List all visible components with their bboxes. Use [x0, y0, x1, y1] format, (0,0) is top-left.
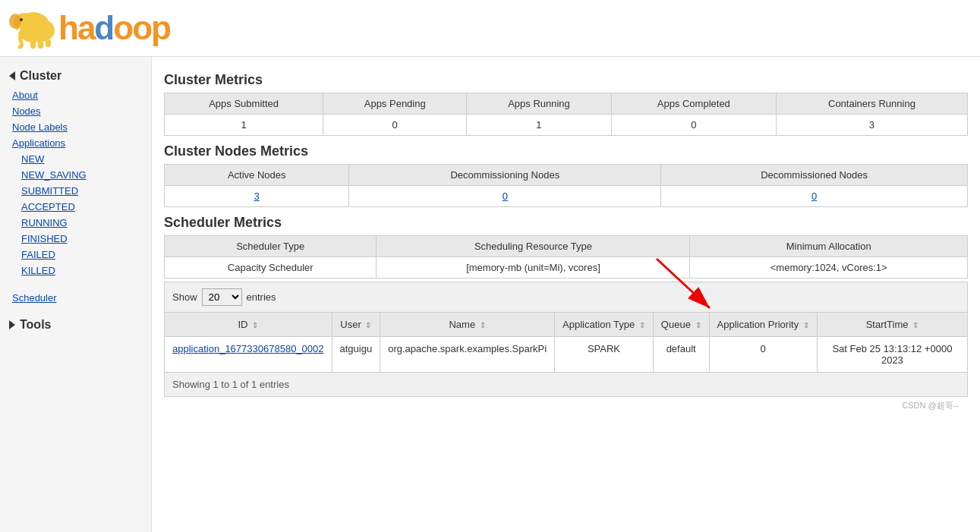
cluster-label: Cluster: [20, 69, 61, 83]
sidebar-subitem-accepted[interactable]: ACCEPTED: [0, 199, 151, 215]
show-entries-bar: Show 10 20 50 100 entries: [164, 282, 968, 312]
elephant-icon: [9, 6, 58, 50]
sort-priority-icon: ⇕: [803, 321, 809, 329]
logo-text-area: hadoop: [58, 9, 170, 47]
app-type-cell: SPARK: [555, 337, 654, 373]
sidebar-subitem-submitted[interactable]: SUBMITTED: [0, 183, 151, 199]
app-priority-cell: 0: [709, 337, 817, 373]
col-apps-completed: Apps Completed: [611, 93, 776, 115]
app-id-cell[interactable]: application_1677330678580_0002: [165, 337, 332, 373]
svg-rect-7: [38, 39, 43, 49]
hadoop-logo: hadoop: [9, 6, 971, 50]
svg-point-3: [9, 14, 21, 29]
sidebar-subitem-killed[interactable]: KILLED: [0, 263, 151, 279]
val-containers-running: 3: [776, 115, 967, 136]
sidebar-subitem-new[interactable]: NEW: [0, 151, 151, 167]
logo-hadoop: ha: [58, 9, 94, 47]
scheduler-metrics-table: Scheduler Type Scheduling Resource Type …: [164, 235, 968, 279]
scheduler-metrics-title: Scheduler Metrics: [164, 215, 968, 231]
logo-hadoop2: d: [94, 9, 113, 47]
val-apps-submitted: 1: [165, 115, 323, 136]
app-queue-cell: default: [653, 337, 709, 373]
col-apps-pending: Apps Pending: [323, 93, 467, 115]
col-scheduler-type: Scheduler Type: [165, 236, 377, 257]
logo-hadoop3: oop: [113, 9, 170, 47]
apps-table-container: ID ⇕ User ⇕ Name ⇕ Application Type: [164, 312, 968, 373]
svg-rect-8: [46, 39, 51, 47]
sidebar-item-applications[interactable]: Applications: [0, 135, 151, 151]
val-apps-completed: 0: [611, 115, 776, 136]
svg-point-4: [20, 18, 23, 21]
val-apps-running: 1: [467, 115, 611, 136]
col-containers-running: Containers Running: [776, 93, 967, 115]
app-user-cell: atguigu: [332, 337, 380, 373]
sidebar-item-about[interactable]: About: [0, 87, 151, 103]
apps-table: ID ⇕ User ⇕ Name ⇕ Application Type: [164, 312, 968, 373]
entries-label: entries: [247, 291, 276, 303]
main-layout: Cluster About Nodes Node Labels Applicat…: [0, 57, 980, 532]
sidebar-item-nodes[interactable]: Nodes: [0, 103, 151, 119]
cluster-nodes-table: Active Nodes Decommissioning Nodes Decom…: [164, 164, 968, 207]
tools-expand-icon: [9, 320, 15, 329]
val-scheduler-type: Capacity Scheduler: [165, 257, 377, 279]
content-area: Cluster Metrics Apps Submitted Apps Pend…: [152, 57, 980, 532]
col-decommissioned-nodes: Decommissioned Nodes: [661, 165, 968, 186]
cluster-section: Cluster About Nodes Node Labels Applicat…: [0, 65, 151, 306]
apps-col-user[interactable]: User ⇕: [332, 313, 380, 337]
val-apps-pending: 0: [323, 115, 467, 136]
cluster-metrics-table: Apps Submitted Apps Pending Apps Running…: [164, 93, 968, 136]
tools-label: Tools: [20, 318, 51, 332]
svg-point-5: [27, 19, 55, 42]
val-decommissioned-nodes[interactable]: 0: [661, 186, 968, 207]
svg-line-10: [657, 259, 710, 308]
app-starttime-cell: Sat Feb 25 13:13:12 +0000 2023: [817, 337, 967, 373]
apps-col-type[interactable]: Application Type ⇕: [555, 313, 654, 337]
annotation-arrow: [641, 251, 733, 327]
col-apps-submitted: Apps Submitted: [165, 93, 323, 115]
entries-select[interactable]: 10 20 50 100: [202, 288, 242, 306]
show-label: Show: [172, 291, 197, 303]
val-active-nodes[interactable]: 3: [165, 186, 349, 207]
cluster-expand-icon: [9, 71, 15, 80]
sort-name-icon: ⇕: [480, 321, 486, 329]
sort-starttime-icon: ⇕: [912, 321, 919, 329]
sort-id-icon: ⇕: [252, 321, 258, 329]
sidebar-subitem-running[interactable]: RUNNING: [0, 215, 151, 231]
cluster-header: Cluster: [0, 65, 151, 87]
cluster-nodes-title: Cluster Nodes Metrics: [164, 143, 968, 159]
app-name-cell: org.apache.spark.examples.SparkPi: [380, 337, 555, 373]
tools-header: Tools: [0, 313, 151, 336]
cluster-metrics-title: Cluster Metrics: [164, 72, 968, 88]
sidebar-subitem-new-saving[interactable]: NEW_SAVING: [0, 167, 151, 183]
table-row: application_1677330678580_0002 atguigu o…: [165, 337, 968, 373]
watermark: CSDN @超哥--: [164, 397, 968, 414]
svg-rect-6: [30, 39, 36, 49]
sort-user-icon: ⇕: [365, 321, 371, 329]
sidebar-item-node-labels[interactable]: Node Labels: [0, 119, 151, 135]
header: hadoop: [0, 0, 980, 57]
col-active-nodes: Active Nodes: [165, 165, 349, 186]
val-decommissioning-nodes[interactable]: 0: [349, 186, 661, 207]
sidebar: Cluster About Nodes Node Labels Applicat…: [0, 57, 152, 532]
col-decommissioning-nodes: Decommissioning Nodes: [349, 165, 661, 186]
sidebar-item-scheduler[interactable]: Scheduler: [0, 290, 151, 306]
col-apps-running: Apps Running: [467, 93, 611, 115]
apps-col-id[interactable]: ID ⇕: [165, 313, 332, 337]
sidebar-subitem-finished[interactable]: FINISHED: [0, 231, 151, 247]
apps-col-starttime[interactable]: StartTime ⇕: [817, 313, 967, 337]
apps-col-name[interactable]: Name ⇕: [380, 313, 555, 337]
showing-footer: Showing 1 to 1 of 1 entries: [164, 373, 968, 397]
sidebar-subitem-failed[interactable]: FAILED: [0, 247, 151, 263]
